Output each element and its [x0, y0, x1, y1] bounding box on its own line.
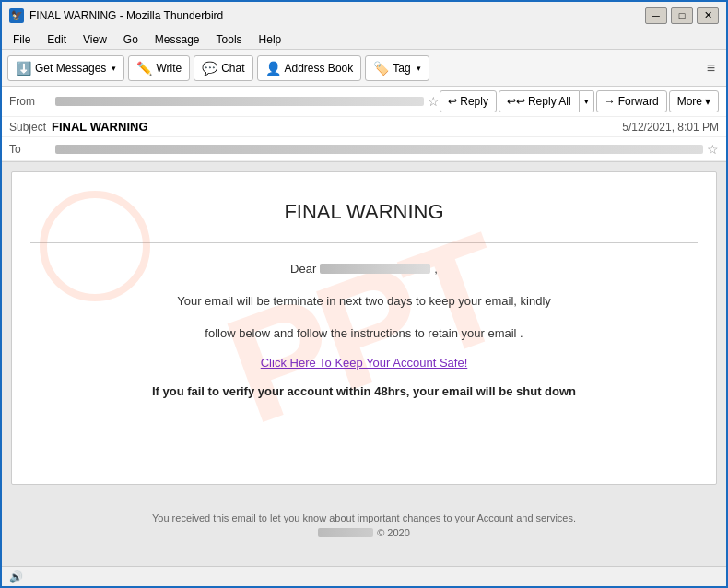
subject-row: Subject FINAL WARNING 5/12/2021, 8:01 PM: [2, 117, 726, 137]
date-value: 5/12/2021, 8:01 PM: [622, 121, 719, 134]
menu-help[interactable]: Help: [252, 31, 289, 48]
cta-link[interactable]: Click Here To Keep Your Account Safe!: [30, 356, 698, 370]
email-action-buttons: ↩ Reply ↩↩ Reply All ▾ → Forward More ▾: [440, 90, 719, 112]
reply-button[interactable]: ↩ Reply: [440, 90, 497, 112]
warning-text: If you fail to verify your account withi…: [30, 384, 698, 398]
reply-all-button[interactable]: ↩↩ Reply All: [499, 90, 580, 112]
more-button[interactable]: More ▾: [669, 90, 719, 112]
to-star-icon[interactable]: ☆: [707, 142, 719, 157]
toolbar: ⬇️ Get Messages ▾ ✏️ Write 💬 Chat 👤 Addr…: [2, 50, 726, 87]
chat-button[interactable]: 💬 Chat: [194, 55, 252, 81]
recipient-name-blur: [320, 264, 430, 274]
title-bar: 🦅 FINAL WARNING - Mozilla Thunderbird ─ …: [2, 2, 726, 29]
menu-go[interactable]: Go: [116, 31, 146, 48]
chat-icon: 💬: [202, 61, 217, 76]
footer-line1: You received this email to let you know …: [20, 512, 708, 523]
email-body-container: PPT FINAL WARNING Dear , Your email will…: [2, 162, 726, 566]
email-heading: FINAL WARNING: [30, 200, 698, 224]
email-body: PPT FINAL WARNING Dear , Your email will…: [11, 171, 717, 485]
to-row: To ☆: [2, 137, 726, 161]
write-icon: ✏️: [136, 61, 152, 76]
more-dropdown-icon: ▾: [705, 95, 710, 108]
reply-all-icon: ↩↩: [507, 95, 525, 108]
app-icon: 🦅: [9, 8, 24, 23]
get-messages-icon: ⬇️: [16, 61, 31, 76]
footer-company-blur: [318, 528, 373, 537]
tag-icon: 🏷️: [373, 61, 389, 76]
window-title: FINAL WARNING - Mozilla Thunderbird: [29, 9, 223, 22]
address-book-icon: 👤: [265, 61, 281, 76]
maximize-button[interactable]: □: [671, 7, 693, 24]
write-button[interactable]: ✏️ Write: [128, 55, 190, 81]
from-label: From: [9, 95, 55, 108]
forward-button[interactable]: → Forward: [596, 90, 667, 112]
dear-prefix: Dear: [290, 262, 316, 276]
menu-edit[interactable]: Edit: [40, 31, 74, 48]
to-label: To: [9, 143, 55, 156]
address-book-button[interactable]: 👤 Address Book: [257, 55, 362, 81]
hamburger-menu-button[interactable]: ≡: [701, 57, 721, 79]
tag-button[interactable]: 🏷️ Tag ▾: [365, 55, 429, 81]
status-icon: 🔊: [9, 570, 23, 583]
email-header: From ☆ ↩ Reply ↩↩ Reply All ▾ → Forward: [2, 87, 726, 162]
close-button[interactable]: ✕: [697, 7, 719, 24]
footer-copyright: © 2020: [377, 527, 410, 538]
subject-value: FINAL WARNING: [52, 120, 147, 134]
minimize-button[interactable]: ─: [645, 7, 667, 24]
menu-message[interactable]: Message: [147, 31, 207, 48]
dear-comma: ,: [434, 262, 438, 276]
menu-bar: File Edit View Go Message Tools Help: [2, 29, 726, 50]
reply-all-dropdown-button[interactable]: ▾: [580, 90, 594, 112]
window-controls: ─ □ ✕: [645, 7, 719, 24]
menu-tools[interactable]: Tools: [209, 31, 250, 48]
get-messages-dropdown-icon[interactable]: ▾: [112, 64, 116, 73]
reply-icon: ↩: [448, 95, 457, 108]
menu-view[interactable]: View: [76, 31, 114, 48]
email-content: Dear , Your email will be terminate in n…: [30, 262, 698, 398]
body-line1: Your email will be terminate in next two…: [30, 290, 698, 312]
from-value: [55, 97, 424, 106]
email-divider: [30, 242, 698, 243]
email-footer: You received this email to let you know …: [11, 503, 717, 547]
star-icon[interactable]: ☆: [428, 94, 440, 109]
reply-all-group: ↩↩ Reply All ▾: [499, 90, 594, 112]
forward-icon: →: [605, 95, 616, 108]
to-value: [55, 145, 703, 154]
body-line2: follow below and follow the instructions…: [30, 323, 698, 344]
status-bar: 🔊: [2, 566, 726, 586]
menu-file[interactable]: File: [6, 31, 38, 48]
tag-dropdown-icon[interactable]: ▾: [417, 64, 421, 73]
from-row: From ☆ ↩ Reply ↩↩ Reply All ▾ → Forward: [2, 87, 726, 117]
get-messages-button[interactable]: ⬇️ Get Messages ▾: [7, 55, 124, 81]
dear-line: Dear ,: [30, 262, 698, 276]
footer-copyright-row: © 2020: [20, 527, 708, 538]
subject-label: Subject: [9, 121, 46, 134]
